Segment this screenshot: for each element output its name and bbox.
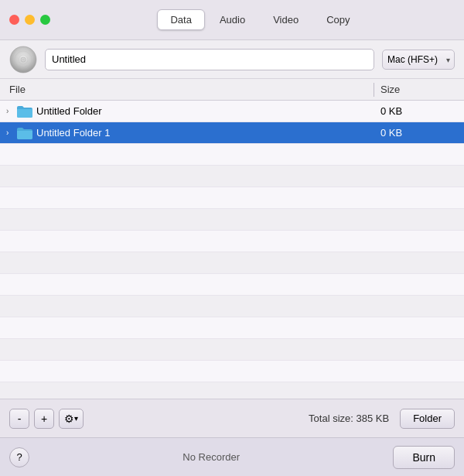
col-divider bbox=[374, 83, 374, 97]
empty-row bbox=[0, 296, 464, 317]
close-button[interactable] bbox=[9, 15, 19, 25]
main-content: Mac (HFS+) Mac/PC PC Only ▾ File Size › … bbox=[0, 40, 464, 476]
tab-copy[interactable]: Copy bbox=[313, 9, 363, 30]
add-button[interactable]: + bbox=[34, 409, 54, 429]
folder-icon bbox=[17, 105, 32, 118]
title-bar: Data Audio Video Copy bbox=[0, 0, 464, 40]
gear-button[interactable]: ⚙ ▾ bbox=[59, 409, 84, 429]
expand-icon[interactable]: › bbox=[6, 107, 17, 115]
empty-row bbox=[0, 231, 464, 252]
table-row[interactable]: › Untitled Folder 0 KB bbox=[0, 101, 464, 122]
maximize-button[interactable] bbox=[40, 15, 50, 25]
recorder-label: No Recorder bbox=[29, 451, 393, 463]
empty-row bbox=[0, 187, 464, 209]
tab-audio[interactable]: Audio bbox=[206, 9, 258, 30]
empty-row bbox=[0, 361, 464, 382]
tab-video[interactable]: Video bbox=[260, 9, 312, 30]
minimize-button[interactable] bbox=[25, 15, 35, 25]
new-folder-button[interactable]: Folder bbox=[400, 409, 455, 429]
empty-row bbox=[0, 209, 464, 231]
window-controls bbox=[9, 15, 50, 25]
tab-data[interactable]: Data bbox=[157, 9, 204, 30]
table-body: › Untitled Folder 0 KB › Untitled Folder… bbox=[0, 101, 464, 382]
gear-arrow-icon: ▾ bbox=[74, 414, 78, 423]
format-select[interactable]: Mac (HFS+) Mac/PC PC Only bbox=[382, 50, 455, 70]
col-file-header: File bbox=[6, 84, 374, 95]
status-bar: ? No Recorder Burn bbox=[0, 437, 464, 476]
disc-bar: Mac (HFS+) Mac/PC PC Only ▾ bbox=[0, 40, 464, 79]
format-select-wrapper: Mac (HFS+) Mac/PC PC Only ▾ bbox=[382, 50, 455, 70]
empty-row bbox=[0, 274, 464, 296]
row-size: 0 KB bbox=[380, 127, 458, 139]
total-size-label: Total size: 385 KB bbox=[309, 413, 389, 424]
table-row[interactable]: › Untitled Folder 1 0 KB bbox=[0, 122, 464, 144]
remove-button[interactable]: - bbox=[9, 409, 29, 429]
file-area: File Size › Untitled Folder 0 KB › bbox=[0, 79, 464, 399]
gear-icon: ⚙ bbox=[64, 413, 74, 425]
row-name: Untitled Folder 1 bbox=[36, 127, 380, 139]
empty-row bbox=[0, 339, 464, 361]
empty-row bbox=[0, 317, 464, 339]
table-header: File Size bbox=[0, 79, 464, 101]
disc-icon bbox=[9, 46, 37, 74]
row-size: 0 KB bbox=[380, 105, 458, 117]
tab-bar: Data Audio Video Copy bbox=[66, 9, 455, 30]
expand-icon[interactable]: › bbox=[6, 128, 17, 137]
folder-icon bbox=[17, 127, 32, 139]
burn-button[interactable]: Burn bbox=[393, 446, 455, 469]
col-size-header: Size bbox=[380, 84, 458, 95]
row-name: Untitled Folder bbox=[36, 105, 380, 117]
empty-row bbox=[0, 166, 464, 187]
bottom-toolbar: - + ⚙ ▾ Total size: 385 KB Folder bbox=[0, 399, 464, 437]
empty-row bbox=[0, 144, 464, 166]
help-button[interactable]: ? bbox=[9, 447, 29, 467]
disc-name-input[interactable] bbox=[45, 49, 374, 70]
svg-point-4 bbox=[22, 58, 25, 60]
empty-row bbox=[0, 252, 464, 274]
